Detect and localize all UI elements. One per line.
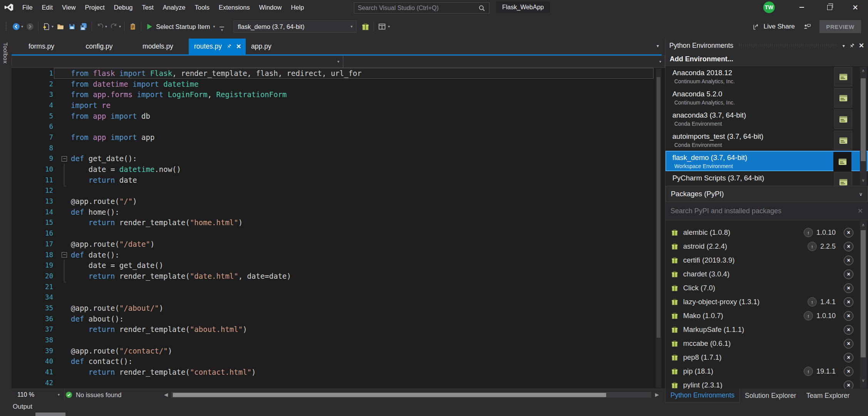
toolbar-grip[interactable] (5, 22, 7, 32)
package-row[interactable]: alembic (1.0.8)↑1.0.10× (665, 226, 868, 239)
package-row[interactable]: astroid (2.2.4)↑2.2.5× (665, 239, 868, 253)
fold-collapse-icon[interactable] (60, 153, 71, 164)
package-search-input[interactable]: Search PyPI and installed packages ✕ (665, 202, 868, 220)
update-arrow-icon[interactable]: ↑ (804, 228, 813, 237)
code-line[interactable]: 15 return render_template("home.html") (12, 217, 665, 228)
uninstall-icon[interactable]: × (844, 311, 853, 321)
open-folder-button[interactable] (55, 21, 66, 32)
uninstall-icon[interactable]: × (844, 353, 853, 362)
environments-scrollbar[interactable]: ∧ ∨ (860, 67, 866, 185)
package-update[interactable]: ↑19.1.1 (804, 367, 836, 376)
chevron-down-icon[interactable]: ▾ (52, 25, 54, 29)
start-debug-button[interactable] (144, 21, 155, 32)
code-line[interactable]: 13@app.route("/") (12, 196, 665, 207)
undo-button[interactable] (94, 21, 106, 32)
environment-item[interactable]: PyCharm Scripts (3.7, 64-bit) (665, 171, 868, 186)
panel-tab-team-explorer[interactable]: Team Explorer (801, 389, 855, 403)
scroll-up-icon[interactable]: ∧ (860, 222, 866, 227)
code-line[interactable]: 36def about(): (12, 313, 665, 324)
close-icon[interactable]: ✕ (859, 42, 864, 50)
uninstall-icon[interactable]: × (844, 242, 853, 251)
scrollbar-thumb[interactable] (861, 230, 866, 357)
code-line[interactable]: 18def date(): (12, 249, 665, 260)
uninstall-icon[interactable]: × (844, 381, 853, 389)
close-icon[interactable]: ✕ (236, 43, 241, 50)
menu-help[interactable]: Help (286, 0, 308, 15)
code-line[interactable]: 12 (12, 185, 665, 196)
python-packages-button[interactable] (360, 21, 371, 32)
menu-debug[interactable]: Debug (109, 0, 137, 15)
package-row[interactable]: pep8 (1.7.1)× (665, 350, 868, 364)
minimize-button[interactable] (793, 0, 811, 15)
toolbox-tab[interactable]: Toolbox (2, 42, 9, 64)
package-row[interactable]: certifi (2019.3.9)× (665, 253, 868, 267)
search-input[interactable]: Search Visual Studio (Ctrl+Q) (354, 2, 489, 13)
interactive-window-button[interactable] (834, 172, 852, 186)
interactive-window-button[interactable] (834, 131, 852, 150)
packages-header-dropdown[interactable]: Packages (PyPI) ∨ (665, 186, 868, 202)
menu-analyze[interactable]: Analyze (158, 0, 190, 15)
window-layout-button[interactable] (376, 21, 388, 32)
package-update[interactable]: ↑1.0.10 (804, 311, 836, 320)
menu-test[interactable]: Test (137, 0, 158, 15)
save-button[interactable] (66, 21, 78, 32)
chevron-down-icon[interactable]: ▾ (105, 25, 107, 29)
menu-view[interactable]: View (57, 0, 80, 15)
pin-icon[interactable] (849, 43, 855, 49)
code-line[interactable]: 3from app.forms import LoginForm, Regist… (12, 89, 665, 100)
restore-button[interactable] (821, 0, 838, 15)
code-line[interactable]: 39@app.route("/contact/") (12, 345, 665, 356)
package-row[interactable]: lazy-object-proxy (1.3.1)↑1.4.1× (665, 295, 868, 309)
uninstall-icon[interactable]: × (844, 283, 853, 293)
panel-tab-python-environments[interactable]: Python Environments (665, 389, 740, 403)
code-line[interactable]: 38 (12, 335, 665, 345)
package-row[interactable]: mccabe (0.6.1)× (665, 337, 868, 350)
uninstall-icon[interactable]: × (844, 269, 853, 279)
update-arrow-icon[interactable]: ↑ (804, 367, 813, 376)
menu-file[interactable]: File (18, 0, 37, 15)
preview-button[interactable]: PREVIEW (819, 20, 861, 33)
code-editor[interactable]: 1from flask import Flask, render_templat… (12, 68, 665, 389)
environment-item[interactable]: autoimports_test (3.7, 64-bit)Conda Envi… (665, 130, 868, 151)
uninstall-icon[interactable]: × (844, 325, 853, 335)
panel-dropdown[interactable]: ▾ (843, 43, 845, 49)
uninstall-icon[interactable]: × (844, 339, 853, 349)
code-line[interactable]: 14def home(): (12, 207, 665, 217)
code-line[interactable]: 7from app import app (12, 132, 665, 143)
add-environment-link[interactable]: Add Environment... (665, 53, 868, 66)
menu-window[interactable]: Window (255, 0, 287, 15)
fold-collapse-icon[interactable] (60, 249, 71, 260)
environment-item[interactable]: anaconda3 (3.7, 64-bit)Conda Environment (665, 108, 868, 130)
scroll-down-icon[interactable]: ∨ (860, 378, 866, 383)
back-button[interactable] (10, 21, 22, 32)
new-item-button[interactable] (41, 21, 52, 32)
editor-vertical-scrollbar[interactable] (656, 69, 661, 388)
forward-button[interactable] (24, 21, 36, 32)
uninstall-icon[interactable]: × (844, 297, 853, 307)
package-row[interactable]: pylint (2.3.1)× (665, 378, 868, 389)
feedback-icon[interactable] (803, 23, 811, 30)
tab-models-py[interactable]: models.py (127, 39, 189, 54)
chevron-down-icon[interactable]: ▾ (119, 25, 121, 29)
uninstall-icon[interactable]: × (844, 256, 853, 265)
tab-forms-py[interactable]: forms.py (12, 39, 71, 54)
live-share-button[interactable]: Live Share (752, 23, 795, 30)
uninstall-icon[interactable]: × (844, 228, 853, 237)
code-line[interactable]: 1from flask import Flask, render_templat… (12, 68, 665, 79)
redo-button[interactable] (108, 21, 120, 32)
editor-horizontal-scrollbar[interactable] (171, 392, 651, 397)
code-line[interactable]: 21 (12, 281, 665, 292)
panel-tab-solution-explorer[interactable]: Solution Explorer (740, 389, 801, 403)
user-avatar[interactable]: TW (763, 2, 775, 13)
package-update[interactable]: ↑1.4.1 (808, 297, 836, 307)
interactive-window-button[interactable] (834, 67, 852, 86)
code-line[interactable]: 37 return render_template("about.html") (12, 324, 665, 335)
package-row[interactable]: chardet (3.0.4)× (665, 267, 868, 281)
pin-icon[interactable] (226, 44, 232, 49)
scrollbar-thumb[interactable] (173, 393, 606, 397)
package-update[interactable]: ↑2.2.5 (808, 242, 836, 251)
update-arrow-icon[interactable]: ↑ (808, 297, 817, 307)
interactive-window-button[interactable] (833, 152, 851, 171)
tab-config-py[interactable]: config.py (71, 39, 127, 54)
zoom-selector[interactable]: 110 % ▾ (13, 389, 65, 401)
